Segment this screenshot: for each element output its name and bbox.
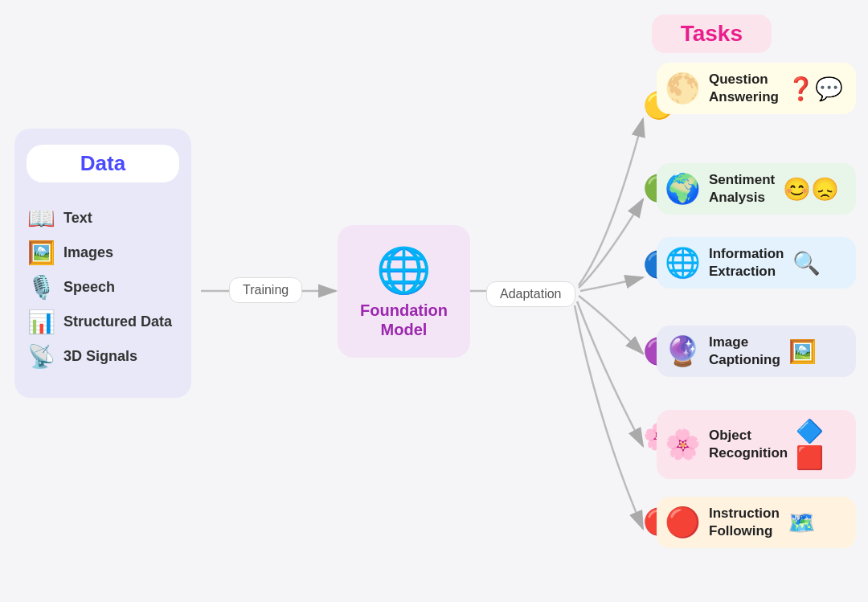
data-label-text: Text [63, 210, 92, 227]
qa-globe-icon: 🌕 [665, 72, 701, 105]
task-card-or: 🌸 ObjectRecognition 🔷🟥 [657, 410, 856, 479]
data-item-speech: 🎙️ Speech [27, 274, 179, 301]
task-card-sa: 🌍 SentimentAnalysis 😊😞 [657, 163, 856, 215]
text-icon: 📖 [27, 205, 55, 231]
data-title: Data [80, 151, 125, 175]
ic-globe-icon: 🔮 [665, 334, 701, 368]
data-item-structured: 📊 Structured Data [27, 309, 179, 335]
data-title-box: Data [27, 145, 179, 182]
data-label-3d: 3D Signals [63, 348, 137, 365]
data-label-structured: Structured Data [63, 313, 172, 330]
foundation-model-label: FoundationModel [360, 301, 448, 339]
tasks-title-box: Tasks [652, 14, 772, 53]
sa-globe-icon: 🌍 [665, 172, 701, 206]
data-label-images: Images [63, 244, 113, 261]
if-globe-icon: 🔴 [665, 506, 701, 539]
task-card-if: 🔴 InstructionFollowing 🗺️ [657, 497, 856, 548]
sa-icon: 😊😞 [783, 176, 839, 203]
task-card-qa: 🌕 QuestionAnswering ❓💬 [657, 63, 856, 114]
data-panel: Data 📖 Text 🖼️ Images 🎙️ Speech 📊 Struct… [14, 129, 191, 398]
qa-icon: ❓💬 [787, 76, 843, 102]
3d-icon: 📡 [27, 343, 55, 370]
tasks-title: Tasks [681, 21, 743, 46]
ie-icon: 🔍 [792, 250, 821, 276]
data-item-3d: 📡 3D Signals [27, 343, 179, 370]
ie-globe-icon: 🌐 [665, 246, 701, 280]
or-label: ObjectRecognition [709, 427, 788, 462]
task-card-ie: 🌐 InformationExtraction 🔍 [657, 237, 856, 289]
data-label-speech: Speech [63, 279, 115, 296]
adaptation-label: Adaptation [486, 281, 575, 307]
data-item-text: 📖 Text [27, 205, 179, 231]
sa-label: SentimentAnalysis [709, 171, 775, 207]
if-label: InstructionFollowing [709, 505, 780, 540]
data-item-images: 🖼️ Images [27, 240, 179, 266]
if-icon: 🗺️ [788, 510, 816, 536]
or-icon: 🔷🟥 [796, 418, 845, 471]
images-icon: 🖼️ [27, 240, 55, 266]
ic-label: ImageCaptioning [709, 334, 780, 369]
foundation-globe-icon: 🌐 [376, 244, 432, 297]
task-card-ic: 🔮 ImageCaptioning 🖼️ [657, 326, 856, 377]
structured-icon: 📊 [27, 309, 55, 335]
training-label: Training [229, 277, 302, 303]
ie-label: InformationExtraction [709, 245, 784, 281]
or-globe-icon: 🌸 [665, 428, 701, 461]
speech-icon: 🎙️ [27, 274, 55, 301]
ic-icon: 🖼️ [788, 338, 817, 365]
foundation-model-box: 🌐 FoundationModel [338, 225, 470, 358]
qa-label: QuestionAnswering [709, 71, 779, 106]
